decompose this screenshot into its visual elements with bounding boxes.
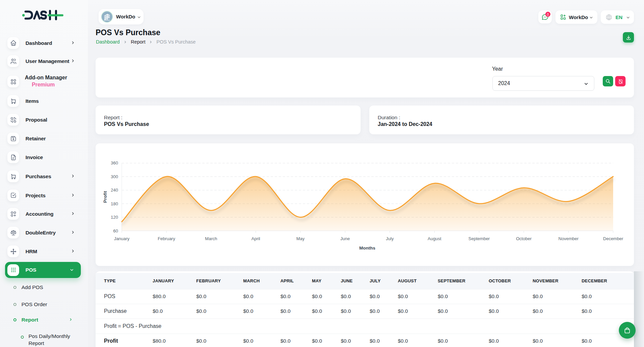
svg-text:360: 360	[111, 160, 118, 165]
svg-text:August: August	[428, 236, 441, 241]
svg-text:November: November	[558, 236, 579, 241]
svg-text:September: September	[469, 236, 490, 241]
svg-text:April: April	[251, 236, 260, 241]
svg-text:March: March	[205, 236, 217, 241]
svg-text:May: May	[296, 236, 305, 241]
svg-text:June: June	[340, 236, 350, 241]
svg-text:February: February	[158, 236, 175, 241]
svg-text:January: January	[114, 236, 130, 241]
svg-text:120: 120	[111, 215, 118, 220]
svg-text:240: 240	[111, 188, 118, 193]
svg-text:180: 180	[111, 201, 118, 206]
svg-text:300: 300	[111, 174, 118, 179]
svg-text:60: 60	[113, 228, 118, 233]
svg-text:December: December	[603, 236, 624, 241]
svg-text:Profit: Profit	[103, 191, 108, 203]
svg-text:Months: Months	[359, 246, 375, 251]
svg-text:July: July	[386, 236, 394, 241]
svg-text:October: October	[516, 236, 532, 241]
